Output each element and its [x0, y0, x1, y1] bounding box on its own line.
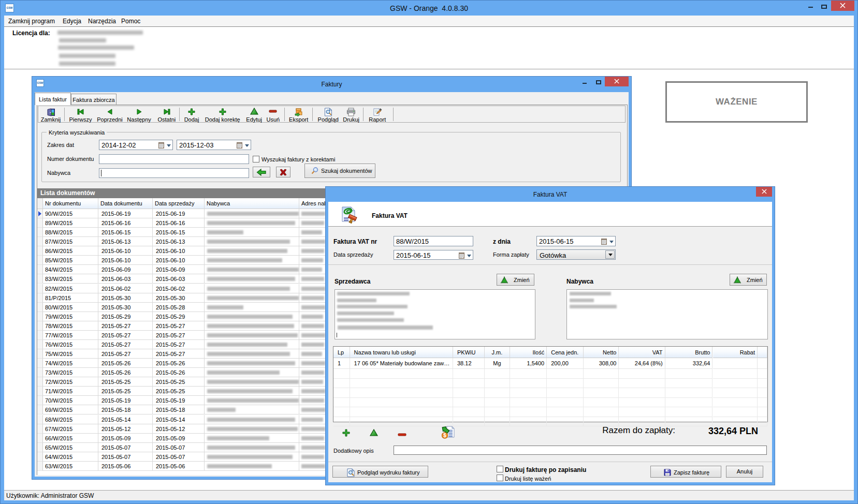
- svg-text:$: $: [443, 433, 446, 438]
